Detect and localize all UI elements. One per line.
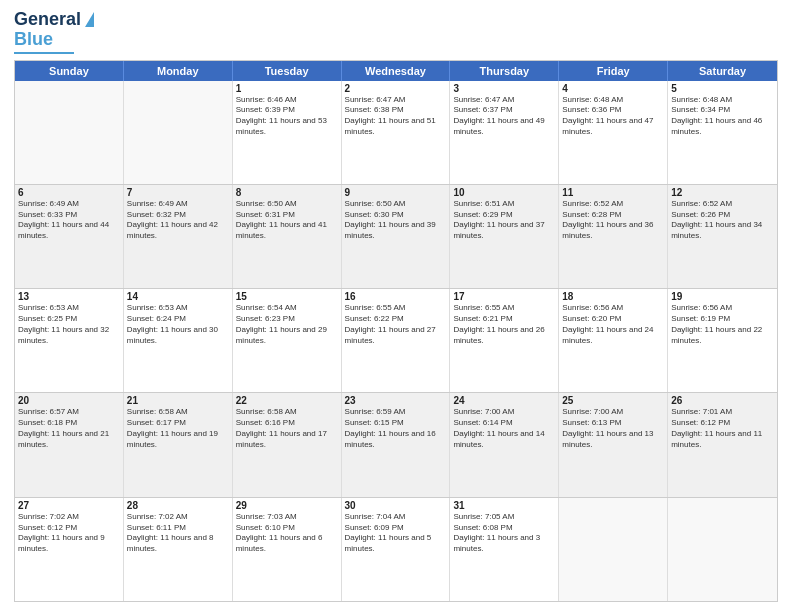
day-number: 6 xyxy=(18,187,120,198)
cell-info: Sunrise: 7:02 AM Sunset: 6:11 PM Dayligh… xyxy=(127,512,229,555)
calendar-cell: 29Sunrise: 7:03 AM Sunset: 6:10 PM Dayli… xyxy=(233,498,342,601)
day-number: 5 xyxy=(671,83,774,94)
logo-text-blue: Blue xyxy=(14,30,53,50)
calendar-cell: 4Sunrise: 6:48 AM Sunset: 6:36 PM Daylig… xyxy=(559,81,668,184)
day-number: 29 xyxy=(236,500,338,511)
calendar-cell: 16Sunrise: 6:55 AM Sunset: 6:22 PM Dayli… xyxy=(342,289,451,392)
calendar-cell xyxy=(559,498,668,601)
header-day-wednesday: Wednesday xyxy=(342,61,451,81)
calendar-cell xyxy=(15,81,124,184)
cell-info: Sunrise: 6:55 AM Sunset: 6:22 PM Dayligh… xyxy=(345,303,447,346)
day-number: 20 xyxy=(18,395,120,406)
cell-info: Sunrise: 6:47 AM Sunset: 6:38 PM Dayligh… xyxy=(345,95,447,138)
day-number: 24 xyxy=(453,395,555,406)
calendar-cell: 13Sunrise: 6:53 AM Sunset: 6:25 PM Dayli… xyxy=(15,289,124,392)
cell-info: Sunrise: 6:56 AM Sunset: 6:20 PM Dayligh… xyxy=(562,303,664,346)
calendar-cell: 30Sunrise: 7:04 AM Sunset: 6:09 PM Dayli… xyxy=(342,498,451,601)
day-number: 8 xyxy=(236,187,338,198)
calendar-cell: 25Sunrise: 7:00 AM Sunset: 6:13 PM Dayli… xyxy=(559,393,668,496)
calendar-body: 1Sunrise: 6:46 AM Sunset: 6:39 PM Daylig… xyxy=(15,81,777,601)
cell-info: Sunrise: 6:50 AM Sunset: 6:30 PM Dayligh… xyxy=(345,199,447,242)
day-number: 4 xyxy=(562,83,664,94)
day-number: 12 xyxy=(671,187,774,198)
cell-info: Sunrise: 6:47 AM Sunset: 6:37 PM Dayligh… xyxy=(453,95,555,138)
cell-info: Sunrise: 6:56 AM Sunset: 6:19 PM Dayligh… xyxy=(671,303,774,346)
day-number: 28 xyxy=(127,500,229,511)
calendar-row-3: 13Sunrise: 6:53 AM Sunset: 6:25 PM Dayli… xyxy=(15,288,777,392)
calendar-cell: 31Sunrise: 7:05 AM Sunset: 6:08 PM Dayli… xyxy=(450,498,559,601)
calendar-cell: 19Sunrise: 6:56 AM Sunset: 6:19 PM Dayli… xyxy=(668,289,777,392)
day-number: 13 xyxy=(18,291,120,302)
logo: General Blue xyxy=(14,10,94,54)
calendar-cell: 9Sunrise: 6:50 AM Sunset: 6:30 PM Daylig… xyxy=(342,185,451,288)
cell-info: Sunrise: 6:59 AM Sunset: 6:15 PM Dayligh… xyxy=(345,407,447,450)
calendar-cell: 23Sunrise: 6:59 AM Sunset: 6:15 PM Dayli… xyxy=(342,393,451,496)
calendar-cell xyxy=(124,81,233,184)
calendar-cell xyxy=(668,498,777,601)
calendar-cell: 20Sunrise: 6:57 AM Sunset: 6:18 PM Dayli… xyxy=(15,393,124,496)
logo-text-general: General xyxy=(14,10,81,30)
calendar-cell: 28Sunrise: 7:02 AM Sunset: 6:11 PM Dayli… xyxy=(124,498,233,601)
header-day-sunday: Sunday xyxy=(15,61,124,81)
cell-info: Sunrise: 6:46 AM Sunset: 6:39 PM Dayligh… xyxy=(236,95,338,138)
calendar-cell: 12Sunrise: 6:52 AM Sunset: 6:26 PM Dayli… xyxy=(668,185,777,288)
header-day-saturday: Saturday xyxy=(668,61,777,81)
day-number: 3 xyxy=(453,83,555,94)
header: General Blue xyxy=(14,10,778,54)
calendar-cell: 5Sunrise: 6:48 AM Sunset: 6:34 PM Daylig… xyxy=(668,81,777,184)
day-number: 2 xyxy=(345,83,447,94)
day-number: 30 xyxy=(345,500,447,511)
calendar-cell: 27Sunrise: 7:02 AM Sunset: 6:12 PM Dayli… xyxy=(15,498,124,601)
day-number: 31 xyxy=(453,500,555,511)
cell-info: Sunrise: 6:48 AM Sunset: 6:36 PM Dayligh… xyxy=(562,95,664,138)
day-number: 1 xyxy=(236,83,338,94)
day-number: 22 xyxy=(236,395,338,406)
calendar-header: SundayMondayTuesdayWednesdayThursdayFrid… xyxy=(15,61,777,81)
cell-info: Sunrise: 6:50 AM Sunset: 6:31 PM Dayligh… xyxy=(236,199,338,242)
logo-triangle-icon xyxy=(85,12,94,27)
cell-info: Sunrise: 7:05 AM Sunset: 6:08 PM Dayligh… xyxy=(453,512,555,555)
cell-info: Sunrise: 6:52 AM Sunset: 6:26 PM Dayligh… xyxy=(671,199,774,242)
day-number: 17 xyxy=(453,291,555,302)
day-number: 25 xyxy=(562,395,664,406)
cell-info: Sunrise: 6:53 AM Sunset: 6:24 PM Dayligh… xyxy=(127,303,229,346)
cell-info: Sunrise: 7:02 AM Sunset: 6:12 PM Dayligh… xyxy=(18,512,120,555)
calendar-cell: 8Sunrise: 6:50 AM Sunset: 6:31 PM Daylig… xyxy=(233,185,342,288)
header-day-tuesday: Tuesday xyxy=(233,61,342,81)
day-number: 26 xyxy=(671,395,774,406)
calendar: SundayMondayTuesdayWednesdayThursdayFrid… xyxy=(14,60,778,602)
cell-info: Sunrise: 7:04 AM Sunset: 6:09 PM Dayligh… xyxy=(345,512,447,555)
cell-info: Sunrise: 6:55 AM Sunset: 6:21 PM Dayligh… xyxy=(453,303,555,346)
day-number: 23 xyxy=(345,395,447,406)
day-number: 14 xyxy=(127,291,229,302)
day-number: 15 xyxy=(236,291,338,302)
calendar-row-5: 27Sunrise: 7:02 AM Sunset: 6:12 PM Dayli… xyxy=(15,497,777,601)
day-number: 19 xyxy=(671,291,774,302)
logo-underline xyxy=(14,52,74,54)
calendar-cell: 6Sunrise: 6:49 AM Sunset: 6:33 PM Daylig… xyxy=(15,185,124,288)
cell-info: Sunrise: 6:53 AM Sunset: 6:25 PM Dayligh… xyxy=(18,303,120,346)
calendar-cell: 18Sunrise: 6:56 AM Sunset: 6:20 PM Dayli… xyxy=(559,289,668,392)
page: General Blue SundayMondayTuesdayWednesda… xyxy=(0,0,792,612)
calendar-cell: 17Sunrise: 6:55 AM Sunset: 6:21 PM Dayli… xyxy=(450,289,559,392)
cell-info: Sunrise: 6:52 AM Sunset: 6:28 PM Dayligh… xyxy=(562,199,664,242)
cell-info: Sunrise: 7:00 AM Sunset: 6:13 PM Dayligh… xyxy=(562,407,664,450)
day-number: 18 xyxy=(562,291,664,302)
calendar-row-4: 20Sunrise: 6:57 AM Sunset: 6:18 PM Dayli… xyxy=(15,392,777,496)
day-number: 27 xyxy=(18,500,120,511)
calendar-cell: 11Sunrise: 6:52 AM Sunset: 6:28 PM Dayli… xyxy=(559,185,668,288)
cell-info: Sunrise: 6:58 AM Sunset: 6:17 PM Dayligh… xyxy=(127,407,229,450)
calendar-cell: 14Sunrise: 6:53 AM Sunset: 6:24 PM Dayli… xyxy=(124,289,233,392)
cell-info: Sunrise: 6:49 AM Sunset: 6:33 PM Dayligh… xyxy=(18,199,120,242)
calendar-cell: 15Sunrise: 6:54 AM Sunset: 6:23 PM Dayli… xyxy=(233,289,342,392)
calendar-row-1: 1Sunrise: 6:46 AM Sunset: 6:39 PM Daylig… xyxy=(15,81,777,184)
cell-info: Sunrise: 7:01 AM Sunset: 6:12 PM Dayligh… xyxy=(671,407,774,450)
day-number: 10 xyxy=(453,187,555,198)
header-day-monday: Monday xyxy=(124,61,233,81)
cell-info: Sunrise: 6:48 AM Sunset: 6:34 PM Dayligh… xyxy=(671,95,774,138)
day-number: 11 xyxy=(562,187,664,198)
calendar-cell: 1Sunrise: 6:46 AM Sunset: 6:39 PM Daylig… xyxy=(233,81,342,184)
day-number: 16 xyxy=(345,291,447,302)
calendar-cell: 21Sunrise: 6:58 AM Sunset: 6:17 PM Dayli… xyxy=(124,393,233,496)
calendar-cell: 26Sunrise: 7:01 AM Sunset: 6:12 PM Dayli… xyxy=(668,393,777,496)
